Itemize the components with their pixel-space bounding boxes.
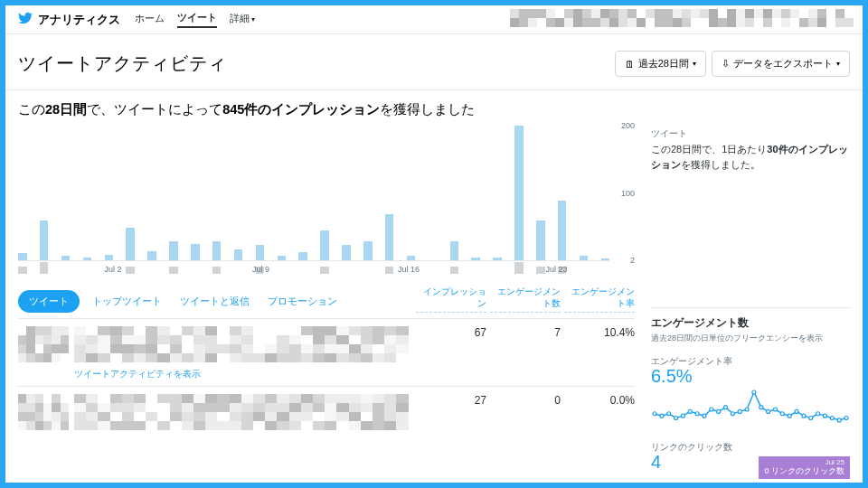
chart-bar[interactable] — [212, 241, 222, 262]
chart-bar[interactable] — [580, 256, 589, 261]
chart-bar[interactable] — [407, 256, 416, 261]
tweet-text-redacted — [74, 394, 409, 430]
tab-tweets[interactable]: ツイート — [18, 290, 80, 313]
download-icon: ⇩ — [722, 58, 730, 70]
chart-bar[interactable] — [342, 245, 351, 261]
metric-headers: インプレッション エンゲージメント数 エンゲージメント率 — [416, 286, 635, 313]
chevron-down-icon: ▾ — [836, 60, 840, 68]
page-title: ツイートアクティビティ — [18, 52, 227, 76]
svg-point-25 — [830, 417, 834, 420]
metric-cells: 2700.0% — [416, 394, 635, 407]
tab-replies[interactable]: ツイートと返信 — [175, 290, 255, 313]
engagement-title: エンゲージメント数 — [651, 315, 850, 331]
tab-top-tweets[interactable]: トップツイート — [87, 290, 167, 313]
svg-point-24 — [823, 414, 826, 418]
svg-point-15 — [760, 406, 763, 409]
chevron-down-icon: ▾ — [251, 15, 255, 23]
engagement-rate-value: 10.4% — [564, 326, 635, 339]
engagement-panel: エンゲージメント数 過去28日間の日単位のフリークエンシーを表示 エンゲージメン… — [651, 307, 850, 473]
chart-x-axis: Jul 2Jul 9Jul 16Jul 23 — [18, 265, 609, 279]
brand-title: アナリティクス — [38, 12, 120, 28]
chart-bar[interactable] — [147, 251, 156, 261]
impressions-value: 27 — [416, 394, 486, 407]
chart-bar[interactable] — [40, 221, 49, 261]
chart-bar[interactable] — [105, 255, 114, 262]
svg-point-13 — [745, 408, 749, 411]
chart-bar[interactable] — [278, 256, 287, 261]
export-button[interactable]: ⇩ データをエクスポート ▾ — [712, 51, 850, 77]
view-activity-link[interactable]: ツイートアクティビティを表示 — [74, 368, 635, 380]
chart-bar[interactable] — [18, 253, 27, 261]
svg-point-7 — [703, 414, 706, 418]
impressions-value: 67 — [416, 326, 486, 339]
engagement-rate-sparkline[interactable] — [651, 389, 850, 430]
svg-point-14 — [752, 390, 756, 394]
svg-point-0 — [653, 412, 656, 416]
svg-point-6 — [695, 412, 699, 416]
svg-point-1 — [660, 414, 664, 418]
svg-point-12 — [738, 409, 741, 413]
engagement-rate-value: 6.5% — [651, 366, 850, 387]
svg-point-16 — [767, 409, 770, 413]
twitter-bird-icon — [18, 11, 33, 29]
chart-bar[interactable] — [61, 256, 71, 261]
svg-point-4 — [681, 414, 684, 418]
svg-point-8 — [710, 408, 713, 411]
chart-bar[interactable] — [514, 126, 524, 261]
nav-more[interactable]: 詳細▾ — [230, 12, 255, 27]
chart-bar[interactable] — [126, 228, 135, 262]
chart-y-axis: 2100200 — [611, 126, 635, 261]
svg-point-11 — [731, 412, 734, 416]
table-row[interactable]: 2700.0% — [18, 386, 635, 437]
tweet-text-redacted — [74, 326, 409, 362]
tab-promoted[interactable]: プロモーション — [262, 290, 343, 313]
chart-bar[interactable] — [558, 201, 567, 262]
chart-bar[interactable] — [298, 252, 307, 262]
tweet-tabs: ツイート トップツイート ツイートと返信 プロモーション インプレッション エン… — [18, 286, 635, 318]
nav-tweets[interactable]: ツイート — [177, 11, 217, 28]
chart-bar[interactable] — [169, 241, 178, 262]
chart-bar[interactable] — [471, 258, 480, 262]
chart-bar[interactable] — [493, 258, 502, 262]
chart-bar[interactable] — [601, 258, 610, 261]
svg-point-2 — [667, 412, 671, 416]
svg-point-9 — [717, 409, 721, 413]
tweet-avatar — [18, 326, 69, 362]
svg-point-20 — [795, 409, 798, 413]
svg-point-22 — [809, 417, 813, 420]
date-range-button[interactable]: 🗓 過去28日間 ▾ — [615, 51, 706, 77]
svg-point-19 — [788, 414, 791, 418]
chart-bar[interactable] — [363, 241, 373, 262]
svg-point-18 — [780, 412, 784, 416]
engagements-value: 7 — [490, 326, 561, 339]
impressions-headline: この28日間で、ツイートによって845件のインプレッションを獲得しました — [5, 90, 863, 124]
side-summary: ツイート この28日間で、1日あたり30件のインプレッションを獲得しました。 — [651, 124, 850, 172]
page-header: ツイートアクティビティ 🗓 過去28日間 ▾ ⇩ データをエクスポート ▾ — [5, 34, 863, 89]
nav-home[interactable]: ホーム — [135, 12, 165, 27]
svg-point-3 — [675, 417, 678, 420]
chart-bar[interactable] — [320, 230, 329, 261]
svg-point-17 — [773, 408, 777, 411]
engagements-value: 0 — [490, 394, 561, 407]
impressions-bar-chart[interactable]: 2100200 Jul 2Jul 9Jul 16Jul 23 — [18, 126, 635, 279]
svg-point-23 — [816, 412, 820, 416]
table-row[interactable]: 67710.4% — [18, 318, 635, 370]
redacted-mosaic — [510, 9, 854, 31]
engagement-rate-value: 0.0% — [564, 394, 635, 407]
svg-point-10 — [724, 406, 728, 409]
chart-bar[interactable] — [385, 214, 394, 262]
chart-bar[interactable] — [256, 245, 265, 261]
svg-point-21 — [802, 414, 806, 418]
chart-bar[interactable] — [536, 221, 545, 261]
chart-bar[interactable] — [83, 258, 92, 262]
chart-bar[interactable] — [234, 249, 243, 262]
chevron-down-icon: ▾ — [693, 60, 696, 68]
tooltip-tag: Jul 25 0 リンクのクリック数 — [759, 456, 850, 479]
svg-point-5 — [688, 409, 692, 413]
metric-cells: 67710.4% — [416, 326, 635, 339]
chart-bar[interactable] — [450, 241, 459, 262]
svg-point-27 — [844, 417, 848, 420]
svg-point-26 — [837, 418, 841, 422]
chart-bar[interactable] — [191, 244, 200, 261]
calendar-icon: 🗓 — [625, 59, 635, 70]
